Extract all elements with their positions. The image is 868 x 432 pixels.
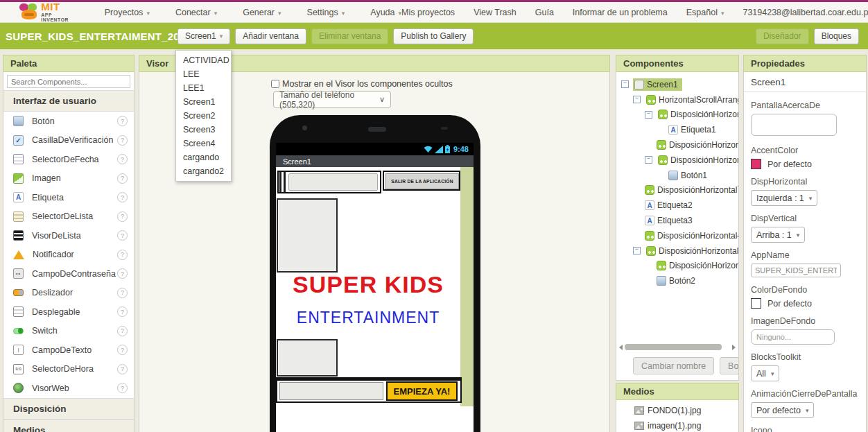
- tree-item-horizontalscrollarrangement[interactable]: HorizontalScrollArrangem: [616, 92, 738, 107]
- tree-item-etiqueta3[interactable]: Etiqueta3: [616, 213, 738, 228]
- menu-generar[interactable]: Generar: [243, 8, 281, 17]
- screen-menu-item-lee1[interactable]: LEE1: [176, 81, 231, 95]
- scrollbar-thumb[interactable]: [625, 344, 722, 350]
- palette-section-medios[interactable]: Medios: [3, 420, 134, 432]
- tree-item-disposicionhorizontal3[interactable]: DisposiciónHorizontal3: [616, 137, 738, 153]
- tree-item-boton2[interactable]: Botón2: [616, 273, 738, 288]
- help-icon[interactable]: [117, 383, 128, 393]
- help-icon[interactable]: [117, 135, 128, 146]
- link-guia[interactable]: Guía: [535, 8, 554, 17]
- tree-horizontal-scrollbar[interactable]: [619, 343, 736, 351]
- help-icon[interactable]: [117, 192, 128, 202]
- screen-menu-item-screen2[interactable]: Screen2: [176, 109, 231, 123]
- delete-component-button[interactable]: Borrar: [720, 357, 739, 374]
- colordefondo-picker[interactable]: Por defecto: [751, 298, 859, 309]
- scroll-right-icon[interactable]: [732, 345, 736, 350]
- screen-selector-button[interactable]: Screen1: [177, 28, 230, 44]
- link-informar-problema[interactable]: Informar de un problema: [573, 8, 668, 17]
- help-icon[interactable]: [117, 154, 128, 164]
- collapse-toggle-icon[interactable]: [633, 96, 641, 103]
- screen-menu-item-actividad[interactable]: ACTIVIDAD: [176, 53, 231, 67]
- palette-item-visordelista[interactable]: VisorDeLista: [3, 226, 134, 245]
- dispvertical-select[interactable]: Arriba : 1: [751, 227, 805, 243]
- pantallaacercade-textarea[interactable]: [751, 114, 837, 136]
- scroll-left-icon[interactable]: [619, 345, 623, 350]
- palette-item-campodecontrasena[interactable]: CampoDeContraseña: [3, 264, 134, 284]
- tree-item-etiqueta2[interactable]: Etiqueta2: [616, 198, 738, 213]
- remove-screen-button[interactable]: Eliminar ventana: [311, 28, 388, 44]
- language-selector[interactable]: Español: [686, 8, 724, 17]
- palette-item-deslizador[interactable]: Deslizador: [3, 284, 134, 303]
- accentcolor-swatch[interactable]: [751, 159, 761, 169]
- screen-menu-item-cargando[interactable]: cargando: [176, 150, 231, 164]
- rename-component-button[interactable]: Cambiar nombre: [633, 357, 714, 374]
- help-icon[interactable]: [117, 326, 128, 336]
- menu-conectar[interactable]: Conectar: [175, 8, 217, 17]
- collapse-toggle-icon[interactable]: [645, 111, 652, 119]
- media-file-imagen[interactable]: imagen(1).png: [616, 415, 738, 431]
- palette-item-selectordelista[interactable]: SelectorDeLista: [3, 207, 134, 227]
- accentcolor-picker[interactable]: Por defecto: [751, 159, 859, 169]
- show-hidden-components-checkbox[interactable]: [271, 80, 279, 88]
- app-subheading[interactable]: ENTERTAINMENT: [276, 309, 460, 327]
- help-icon[interactable]: [117, 345, 128, 355]
- start-button[interactable]: EMPIEZA YA!: [386, 381, 458, 401]
- screen-menu-item-lee[interactable]: LEE: [176, 67, 231, 81]
- blocks-view-button[interactable]: Bloques: [814, 28, 859, 44]
- palette-item-selectordefecha[interactable]: SelectorDeFecha: [3, 150, 134, 169]
- palette-item-notificador[interactable]: Notificador: [3, 245, 134, 265]
- palette-item-selectordehora[interactable]: SelectorDeHora: [3, 360, 134, 379]
- appname-input[interactable]: [751, 263, 841, 277]
- palette-item-boton[interactable]: Botón: [3, 112, 134, 131]
- media-file-fondo[interactable]: FONDO(1).jpg: [616, 400, 738, 415]
- image-placeholder-bottom[interactable]: [277, 339, 338, 377]
- tree-item-etiqueta1[interactable]: Etiqueta1: [616, 122, 738, 137]
- designer-view-button[interactable]: Diseñador: [756, 28, 809, 44]
- tree-item-disposicionhorizontal4[interactable]: DisposiciónHorizontal4: [616, 228, 738, 243]
- phone-size-select[interactable]: Tamaño del teléfono (505,320): [273, 91, 391, 108]
- link-mis-proyectos[interactable]: Mis proyectos: [401, 8, 455, 17]
- screen-menu-item-screen1[interactable]: Screen1: [176, 95, 231, 109]
- publish-gallery-button[interactable]: Publish to Gallery: [393, 28, 474, 44]
- account-menu[interactable]: 73194238@lalibertad.coar.edu.pe: [743, 8, 868, 17]
- colordefondo-swatch[interactable]: [751, 298, 761, 309]
- disphorizontal-select[interactable]: Izquierda : 1: [751, 190, 817, 206]
- help-icon[interactable]: [117, 250, 128, 260]
- image-placeholder-top[interactable]: [277, 198, 338, 273]
- tree-item-disposicionhorizontal6[interactable]: DisposiciónHorizontal6: [616, 259, 738, 274]
- link-view-trash[interactable]: View Trash: [474, 8, 517, 17]
- tree-item-screen1[interactable]: Screen1: [616, 77, 738, 92]
- add-screen-button[interactable]: Añadir ventana: [235, 28, 306, 44]
- screen-menu-item-screen4[interactable]: Screen4: [176, 137, 231, 150]
- app-heading[interactable]: SUPER KIDS: [276, 271, 460, 298]
- palette-item-imagen[interactable]: Imagen: [3, 169, 134, 189]
- arrangement-box[interactable]: [277, 171, 381, 193]
- bottom-arrangement[interactable]: EMPIEZA YA!: [276, 377, 462, 403]
- search-components-input[interactable]: [7, 75, 130, 88]
- tree-item-boton1[interactable]: Botón1: [616, 168, 738, 183]
- tree-item-disposicionhorizontal7[interactable]: DisposiciónHorizontal7: [616, 183, 738, 198]
- collapse-toggle-icon[interactable]: [633, 247, 641, 254]
- screen-menu-item-cargando2[interactable]: cargando2: [176, 164, 231, 178]
- collapse-toggle-icon[interactable]: [645, 156, 652, 164]
- palette-item-casilla[interactable]: CasillaDeVerificación: [3, 131, 134, 150]
- palette-item-switch[interactable]: Switch: [3, 322, 134, 341]
- tree-item-disposicionhorizontal2[interactable]: DisposiciónHorizontal2: [616, 107, 738, 123]
- palette-item-campodetexto[interactable]: CampoDeTexto: [3, 340, 134, 360]
- imagendefondo-picker[interactable]: Ninguno...: [751, 329, 835, 345]
- animacioncierre-select[interactable]: Por defecto: [751, 402, 814, 418]
- text-field-placeholder[interactable]: [279, 382, 383, 400]
- collapse-toggle-icon[interactable]: [621, 80, 629, 88]
- help-icon[interactable]: [117, 116, 128, 126]
- palette-item-desplegable[interactable]: Desplegable: [3, 302, 134, 322]
- help-icon[interactable]: [117, 306, 128, 317]
- exit-app-button[interactable]: SALIR DE LA APLICACIÓN: [385, 173, 459, 189]
- help-icon[interactable]: [117, 230, 128, 241]
- help-icon[interactable]: [117, 364, 128, 374]
- help-icon[interactable]: [117, 288, 128, 298]
- app-canvas[interactable]: SALIR DE LA APLICACIÓN SUPER KIDS ENTERT…: [276, 167, 474, 406]
- palette-section-interfaz[interactable]: Interfaz de usuario: [3, 90, 134, 112]
- menu-proyectos[interactable]: Proyectos: [105, 8, 150, 17]
- text-field-placeholder[interactable]: [288, 173, 378, 191]
- palette-item-etiqueta[interactable]: Etiqueta: [3, 188, 134, 207]
